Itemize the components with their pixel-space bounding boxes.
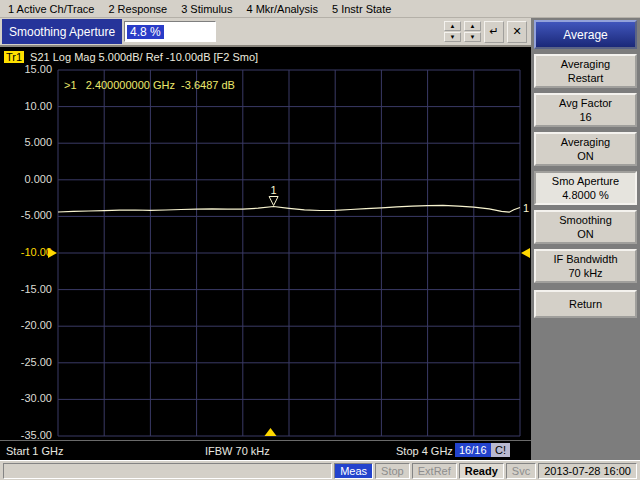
ref-level-marker-right <box>521 248 530 258</box>
sweep-indicator <box>265 428 277 436</box>
status-bar: Meas Stop ExtRef Ready Svc 2013-07-28 16… <box>0 460 640 480</box>
softkey-smoothing-toggle[interactable]: Smoothing ON <box>534 210 637 244</box>
softkey-value: ON <box>577 227 594 241</box>
spin-up-fine-icon[interactable]: ▲ <box>464 21 481 31</box>
menu-item-mkr-analysis[interactable]: 4 Mkr/Analysis <box>246 3 318 15</box>
status-stop: Stop <box>375 463 410 479</box>
y-axis-label: 15.00 <box>0 63 52 75</box>
softkey-value: 4.8000 % <box>562 188 608 202</box>
enter-icon[interactable]: ↵ <box>484 21 504 43</box>
spin-down-fine-icon[interactable]: ▼ <box>464 32 481 42</box>
y-axis-label: 0.000 <box>0 173 52 185</box>
y-axis-ref-label: -10.00 <box>0 246 52 258</box>
spin-group-coarse: ▲ ▼ <box>444 21 461 42</box>
softkey-label: Avg Factor <box>559 96 612 110</box>
softkey-menu-title: Average <box>534 20 637 49</box>
y-axis-label: -30.00 <box>0 392 52 404</box>
menu-item-active-ch-trace[interactable]: 1 Active Ch/Trace <box>8 3 94 15</box>
y-axis-label: -5.000 <box>0 209 52 221</box>
menu-bar: 1 Active Ch/Trace 2 Response 3 Stimulus … <box>0 0 640 18</box>
softkey-label: Smoothing <box>559 213 612 227</box>
softkey-label: Smo Aperture <box>552 174 619 188</box>
entry-controls: ▲ ▼ ▲ ▼ ↵ ✕ <box>444 21 527 43</box>
entry-title: Smoothing Aperture <box>2 19 122 44</box>
trace-header: Tr1 S21 Log Mag 5.000dB/ Ref -10.00dB [F… <box>4 51 258 63</box>
trace1-badge[interactable]: Tr1 <box>4 51 24 63</box>
plot-svg: 11 <box>0 47 531 460</box>
spin-down-icon[interactable]: ▼ <box>444 32 461 42</box>
content-area: Smoothing Aperture 4.8 % ▲ ▼ ▲ ▼ ↵ ✕ <box>0 18 640 460</box>
y-axis-label: -25.00 <box>0 356 52 368</box>
y-axis-label: 5.000 <box>0 136 52 148</box>
softkey-label: Averaging <box>561 57 610 71</box>
menu-item-stimulus[interactable]: 3 Stimulus <box>181 3 232 15</box>
softkey-panel: Average Averaging Restart Avg Factor 16 … <box>531 18 640 460</box>
softkey-value: ON <box>577 149 594 163</box>
y-axis-label: 10.00 <box>0 100 52 112</box>
status-datetime: 2013-07-28 16:00 <box>538 463 637 479</box>
menu-item-response[interactable]: 2 Response <box>108 3 167 15</box>
status-meas: Meas <box>334 463 373 479</box>
close-icon[interactable]: ✕ <box>507 21 527 43</box>
entry-value: 4.8 % <box>127 25 164 39</box>
marker-readout: >1 2.400000000 GHz -3.6487 dB <box>64 79 235 91</box>
marker-1-label: 1 <box>271 184 277 196</box>
softkey-label: Return <box>569 297 602 311</box>
status-extref: ExtRef <box>412 463 457 479</box>
softkey-label: IF Bandwidth <box>553 252 617 266</box>
plot-footer: Start 1 GHz IFBW 70 kHz Stop 4 GHz 16/16… <box>0 440 531 460</box>
plot-area: Tr1 S21 Log Mag 5.000dB/ Ref -10.00dB [F… <box>0 47 531 460</box>
softkey-label: Averaging <box>561 135 610 149</box>
status-svc: Svc <box>506 463 536 479</box>
softkey-return[interactable]: Return <box>534 290 637 318</box>
entry-bar: Smoothing Aperture 4.8 % ▲ ▼ ▲ ▼ ↵ ✕ <box>0 18 531 47</box>
softkey-avg-factor[interactable]: Avg Factor 16 <box>534 93 637 127</box>
softkey-averaging-restart[interactable]: Averaging Restart <box>534 54 637 88</box>
avg-count-badge: 16/16 <box>455 443 491 457</box>
softkey-value: 16 <box>579 110 591 124</box>
softkey-if-bandwidth[interactable]: IF Bandwidth 70 kHz <box>534 249 637 283</box>
marker-1-symbol <box>269 197 278 206</box>
softkey-value: Restart <box>568 71 603 85</box>
trace-settings: S21 Log Mag 5.000dB/ Ref -10.00dB [F2 Sm… <box>30 51 258 63</box>
left-column: Smoothing Aperture 4.8 % ▲ ▼ ▲ ▼ ↵ ✕ <box>0 18 531 460</box>
softkey-smo-aperture[interactable]: Smo Aperture 4.8000 % <box>534 171 637 205</box>
stop-frequency-label: Stop 4 GHz <box>396 445 453 457</box>
y-axis-label: -20.00 <box>0 319 52 331</box>
menu-item-instr-state[interactable]: 5 Instr State <box>332 3 391 15</box>
softkey-averaging-toggle[interactable]: Averaging ON <box>534 132 637 166</box>
spin-up-icon[interactable]: ▲ <box>444 21 461 31</box>
cal-status-badge: C! <box>491 443 510 457</box>
vna-screen: 1 Active Ch/Trace 2 Response 3 Stimulus … <box>0 0 640 480</box>
trace-number-label: 1 <box>523 202 529 214</box>
smoothing-aperture-input[interactable]: 4.8 % <box>124 21 216 42</box>
start-frequency-label: Start 1 GHz <box>6 445 63 457</box>
ifbw-label: IFBW 70 kHz <box>205 445 270 457</box>
y-axis-label: -15.00 <box>0 283 52 295</box>
status-ready: Ready <box>459 463 504 479</box>
spin-group-fine: ▲ ▼ <box>464 21 481 42</box>
softkey-value: 70 kHz <box>568 266 602 280</box>
status-filler <box>3 463 332 479</box>
